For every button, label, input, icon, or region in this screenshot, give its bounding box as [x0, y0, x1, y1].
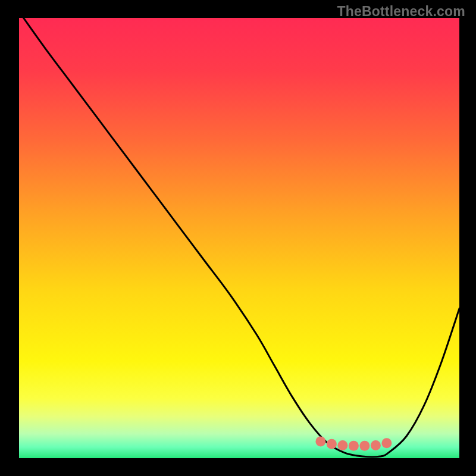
optimal-marker	[349, 441, 359, 451]
optimal-marker	[315, 436, 325, 446]
optimal-marker	[371, 440, 381, 450]
chart-svg	[19, 18, 459, 458]
optimal-marker	[337, 440, 347, 450]
optimal-marker	[359, 441, 369, 451]
watermark-text: TheBottleneck.com	[337, 4, 465, 20]
bottleneck-curve	[23, 18, 459, 457]
optimal-marker	[327, 439, 337, 449]
chart-frame: TheBottleneck.com	[0, 0, 476, 476]
optimal-marker	[381, 438, 392, 448]
plot-area	[19, 18, 459, 458]
